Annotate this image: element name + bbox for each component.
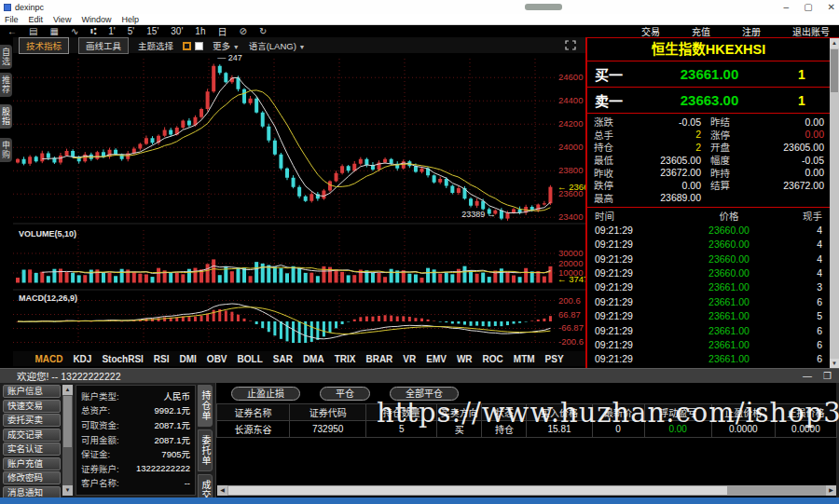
- tape-row[interactable]: 09:21:2923661.006: [587, 337, 830, 351]
- bid-row[interactable]: 买一 23661.00 1: [587, 61, 830, 88]
- order-tab-2[interactable]: 委托单: [198, 429, 213, 471]
- position-action-button[interactable]: 平仓: [320, 387, 370, 401]
- menu-scroll-down-icon[interactable]: ▼: [62, 485, 73, 496]
- line-chart-icon[interactable]: ∿: [71, 26, 78, 36]
- table-cell: 15.81: [527, 421, 592, 438]
- maximize-icon[interactable]: ▢: [804, 2, 812, 12]
- h-scroll-left-icon[interactable]: ◀: [217, 485, 227, 496]
- tape-list[interactable]: 09:21:2923660.00409:21:2923660.00409:21:…: [587, 223, 839, 366]
- ask-row[interactable]: 卖一 23663.00 1: [587, 88, 830, 114]
- account-menu-button[interactable]: 快速交易: [3, 400, 61, 413]
- tape-row[interactable]: 09:21:2923660.004: [587, 266, 830, 279]
- indicator-tab-dma[interactable]: DMA: [303, 354, 324, 364]
- language-dropdown[interactable]: 语言(LANG) ▼: [249, 39, 306, 52]
- indicator-tab-dmi[interactable]: DMI: [180, 354, 197, 364]
- tape-row[interactable]: 09:21:2923661.005: [587, 309, 830, 323]
- tape-row[interactable]: 09:21:2923661.006: [587, 352, 830, 366]
- indicators-button[interactable]: 技术指标: [19, 37, 69, 54]
- menu-scroll-up-icon[interactable]: ▲: [62, 385, 73, 395]
- indicator-tab-rsi[interactable]: RSI: [154, 354, 170, 364]
- h-scroll-thumb[interactable]: [228, 486, 727, 495]
- block-icon[interactable]: ⊘: [239, 26, 246, 36]
- indicator-tab-psy[interactable]: PSY: [545, 354, 564, 364]
- theme-dark-swatch[interactable]: [183, 40, 203, 50]
- tape-row[interactable]: 09:21:2923661.006: [587, 294, 830, 308]
- menu-file[interactable]: File: [5, 15, 19, 24]
- menu-scrollbar[interactable]: ▲ ▼: [62, 385, 73, 496]
- menu-view[interactable]: View: [53, 15, 71, 24]
- position-action-button[interactable]: 止盈止损: [231, 387, 300, 401]
- timeframe-1m[interactable]: 1': [108, 26, 115, 36]
- tape-row[interactable]: 09:21:2923660.004: [587, 238, 830, 252]
- indicator-tab-obv[interactable]: OBV: [207, 354, 227, 364]
- candle-icon[interactable]: ⑆: [90, 26, 96, 36]
- table-row[interactable]: 长源东谷7329505买持仓15.8100.000.00000.0000: [217, 421, 837, 438]
- tape-row[interactable]: 09:21:2923661.006: [587, 323, 830, 337]
- table-header-cell: 浮动盈亏: [644, 404, 711, 421]
- timeframe-day[interactable]: 日: [217, 24, 227, 38]
- tape-row[interactable]: 09:21:2923661.003: [587, 280, 830, 294]
- menu-edit[interactable]: Edit: [29, 15, 44, 24]
- panel-restore-icon[interactable]: ❐: [823, 369, 832, 384]
- indicator-tab-wr[interactable]: WR: [457, 354, 473, 364]
- indicator-tab-emv[interactable]: EMV: [426, 354, 447, 364]
- account-menu-button[interactable]: 消息通知: [3, 486, 61, 498]
- order-tab-1[interactable]: 持仓单: [198, 385, 213, 427]
- recharge-link[interactable]: 充值: [692, 24, 710, 38]
- indicator-tab-sar[interactable]: SAR: [273, 354, 293, 364]
- timeframe-1h[interactable]: 1h: [195, 26, 205, 36]
- refresh-icon[interactable]: ↻: [259, 26, 267, 36]
- close-icon[interactable]: ✕: [828, 2, 835, 12]
- indicator-tab-brar[interactable]: BRAR: [365, 354, 392, 364]
- trade-link[interactable]: 交易: [641, 24, 660, 38]
- account-menu-button[interactable]: 实名认证: [3, 443, 61, 456]
- more-dropdown[interactable]: 更多 ▼: [213, 39, 240, 52]
- logout-link[interactable]: 退出账号: [792, 24, 830, 38]
- scroll-up-icon[interactable]: ▲: [830, 38, 839, 48]
- stat-value: 23672.00: [619, 167, 701, 178]
- indicator-tab-mtm[interactable]: MTM: [514, 354, 535, 364]
- panel-minimize-icon[interactable]: —: [803, 369, 812, 384]
- table-h-scrollbar[interactable]: ◀ ▶: [217, 485, 836, 496]
- register-link[interactable]: 注册: [742, 24, 761, 38]
- grid-icon[interactable]: ▦: [49, 26, 58, 36]
- kline-icon[interactable]: ▤: [29, 26, 37, 36]
- indicator-tab-trix[interactable]: TRIX: [335, 354, 356, 364]
- indicator-tab-roc[interactable]: ROC: [483, 354, 503, 364]
- tape-row[interactable]: 09:21:2923660.004: [587, 252, 830, 266]
- indicator-tab-stochrsi[interactable]: StochRSI: [102, 354, 143, 364]
- sidebar-tab-index[interactable]: 股指: [0, 104, 12, 129]
- indicator-tab-boll[interactable]: BOLL: [238, 354, 263, 364]
- sidebar-tab-recommend[interactable]: 推荐: [0, 73, 12, 97]
- sidebar-tab-watchlist[interactable]: 自选: [0, 45, 12, 69]
- theme-light-swatch[interactable]: [195, 42, 203, 50]
- timeframe-5m[interactable]: 5': [128, 26, 134, 36]
- indicator-tab-kdj[interactable]: KDJ: [73, 354, 91, 364]
- account-menu-button[interactable]: 成交记录: [3, 429, 61, 442]
- price-chart[interactable]: 2460024400242002400023800236002340030000…: [13, 53, 585, 351]
- timeframe-15m[interactable]: 15': [146, 26, 158, 36]
- draw-tools-button[interactable]: 画线工具: [78, 37, 129, 54]
- menu-help[interactable]: Help: [121, 15, 139, 24]
- account-menu-button[interactable]: 账户信息: [3, 385, 61, 398]
- table-header-cell: 证券代码: [290, 404, 366, 421]
- sidebar-tab-ipo[interactable]: 申购: [0, 138, 12, 162]
- indicator-tab-macd[interactable]: MACD: [34, 354, 62, 364]
- quote-scrollbar[interactable]: ▲ ▼: [830, 38, 839, 369]
- timeframe-30m[interactable]: 30': [171, 26, 183, 36]
- order-tab-3[interactable]: 成交单: [198, 474, 213, 497]
- menu-scroll-thumb[interactable]: [63, 396, 72, 447]
- h-scroll-right-icon[interactable]: ▶: [826, 485, 836, 496]
- account-menu-button[interactable]: 委托买卖: [3, 414, 61, 427]
- account-value: 人民币: [163, 389, 195, 402]
- fullscreen-icon[interactable]: [565, 40, 576, 50]
- scroll-thumb[interactable]: [831, 49, 838, 92]
- position-action-button[interactable]: 全部平仓: [390, 387, 459, 401]
- tape-row[interactable]: 09:21:2923660.004: [587, 223, 830, 237]
- minimize-icon[interactable]: –: [784, 2, 790, 12]
- indicator-tab-vr[interactable]: VR: [403, 354, 416, 364]
- account-menu-button[interactable]: 账户充值: [3, 457, 61, 470]
- menu-window[interactable]: Window: [81, 15, 111, 24]
- account-menu-button[interactable]: 修改密码: [3, 471, 61, 484]
- back-icon[interactable]: ←: [7, 26, 17, 36]
